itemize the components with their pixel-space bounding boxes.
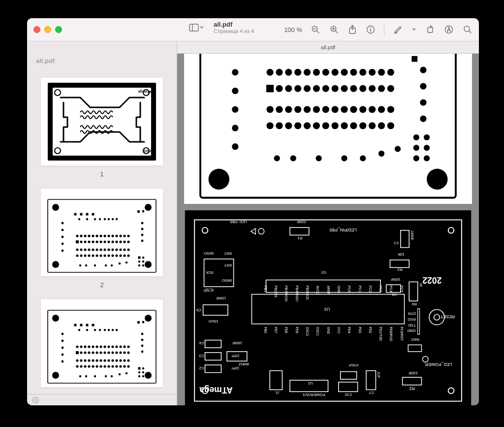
svg-point-59 xyxy=(119,240,122,243)
svg-text:PD0/RXD: PD0/RXD xyxy=(389,327,393,341)
svg-point-44 xyxy=(115,234,118,237)
thumbnail-page-2[interactable]: 2 xyxy=(41,189,163,289)
close-icon[interactable] xyxy=(33,26,40,33)
svg-point-163 xyxy=(80,359,82,361)
search-icon xyxy=(463,25,472,34)
zoom-out-button[interactable] xyxy=(309,23,322,36)
markup-button[interactable] xyxy=(442,23,455,36)
svg-point-119 xyxy=(79,264,81,266)
svg-text:PB2/SS: PB2/SS xyxy=(274,286,278,297)
thumbnail-page-3[interactable] xyxy=(41,299,163,387)
svg-point-255 xyxy=(313,85,320,92)
svg-point-204 xyxy=(62,340,64,342)
svg-text:ICSP: ICSP xyxy=(203,288,214,293)
svg-point-291 xyxy=(387,122,394,129)
svg-point-189 xyxy=(127,365,129,367)
thumbnail-list[interactable]: 2022 ATmega 1 2 xyxy=(27,67,177,394)
svg-point-159 xyxy=(119,351,122,354)
page-status: Страница 4 из 4 xyxy=(214,28,254,34)
rotate-button[interactable] xyxy=(424,23,437,36)
svg-text:PD4: PD4 xyxy=(347,327,351,333)
svg-point-271 xyxy=(332,106,339,113)
search-button[interactable] xyxy=(461,23,474,36)
svg-point-276 xyxy=(378,106,385,113)
svg-point-273 xyxy=(350,106,357,113)
svg-point-195 xyxy=(104,329,106,331)
svg-rect-235 xyxy=(411,56,417,62)
info-button[interactable] xyxy=(364,23,377,36)
svg-point-219 xyxy=(79,375,81,377)
svg-point-139 xyxy=(95,345,98,348)
svg-point-275 xyxy=(369,106,376,113)
svg-point-156 xyxy=(107,351,110,354)
svg-point-215 xyxy=(142,371,144,373)
svg-point-216 xyxy=(138,375,140,377)
highlight-menu-button[interactable] xyxy=(410,24,418,35)
svg-point-243 xyxy=(332,69,339,76)
svg-point-36 xyxy=(84,234,86,237)
minimize-icon[interactable] xyxy=(44,26,51,33)
svg-point-187 xyxy=(119,365,122,367)
svg-point-236 xyxy=(266,69,273,76)
svg-point-104 xyxy=(62,229,64,231)
svg-point-285 xyxy=(332,122,339,129)
svg-point-214 xyxy=(138,371,140,373)
svg-text:J1: J1 xyxy=(275,391,279,395)
svg-point-294 xyxy=(232,88,238,94)
sidebar-toggle-button[interactable] xyxy=(187,22,206,33)
svg-point-281 xyxy=(294,122,301,129)
svg-point-116 xyxy=(138,264,140,266)
highlight-button[interactable] xyxy=(391,23,404,36)
maximize-icon[interactable] xyxy=(55,26,62,33)
svg-point-85 xyxy=(111,254,114,257)
svg-point-135 xyxy=(80,345,82,348)
svg-point-257 xyxy=(332,85,339,92)
tab-bar[interactable]: all.pdf xyxy=(177,41,479,54)
svg-point-144 xyxy=(115,345,118,348)
document-viewport[interactable]: ATmega 2022 LED_POWER R2 220R SW2 RESET … xyxy=(177,54,479,405)
zoom-in-icon xyxy=(330,25,339,34)
svg-point-196 xyxy=(108,329,110,331)
share-button[interactable] xyxy=(346,23,358,36)
svg-point-181 xyxy=(95,365,98,367)
svg-point-41 xyxy=(103,234,106,237)
svg-point-178 xyxy=(84,365,86,367)
svg-text:PD2: PD2 xyxy=(369,327,372,333)
svg-point-193 xyxy=(94,329,96,331)
svg-point-173 xyxy=(119,359,122,361)
svg-point-267 xyxy=(294,106,301,113)
svg-point-169 xyxy=(103,359,106,361)
svg-point-152 xyxy=(92,351,94,354)
svg-point-95 xyxy=(104,218,106,220)
svg-point-274 xyxy=(359,106,366,113)
svg-point-287 xyxy=(350,122,357,129)
svg-point-87 xyxy=(119,254,122,257)
add-page-button[interactable] xyxy=(30,394,41,405)
svg-point-166 xyxy=(92,359,94,361)
svg-text:RESET: RESET xyxy=(441,314,455,319)
svg-point-191 xyxy=(78,329,80,331)
svg-point-244 xyxy=(341,69,347,76)
svg-point-176 xyxy=(76,365,78,367)
svg-point-52 xyxy=(92,240,94,243)
svg-point-46 xyxy=(123,234,126,237)
svg-point-107 xyxy=(62,250,64,252)
svg-text:ATmega: ATmega xyxy=(138,90,152,94)
svg-text:SCK: SCK xyxy=(205,270,214,275)
thumbnail-page-1[interactable]: 2022 ATmega 1 xyxy=(41,78,163,178)
svg-point-136 xyxy=(84,345,86,348)
svg-text:MISO: MISO xyxy=(222,278,232,283)
svg-point-258 xyxy=(341,85,347,92)
zoom-in-button[interactable] xyxy=(328,23,341,36)
document-page-lower: ATmega 2022 LED_POWER R2 220R SW2 RESET … xyxy=(184,210,472,405)
svg-text:DTR: DTR xyxy=(408,311,415,316)
svg-rect-102 xyxy=(92,213,94,216)
svg-text:GND: GND xyxy=(327,327,330,334)
svg-text:1UF: 1UF xyxy=(377,372,380,378)
svg-point-179 xyxy=(88,365,90,367)
zoom-out-icon xyxy=(311,25,320,34)
svg-line-6 xyxy=(336,31,338,33)
svg-point-50 xyxy=(84,240,86,243)
svg-point-55 xyxy=(103,240,106,243)
tab-active-label: all.pdf xyxy=(321,44,335,50)
